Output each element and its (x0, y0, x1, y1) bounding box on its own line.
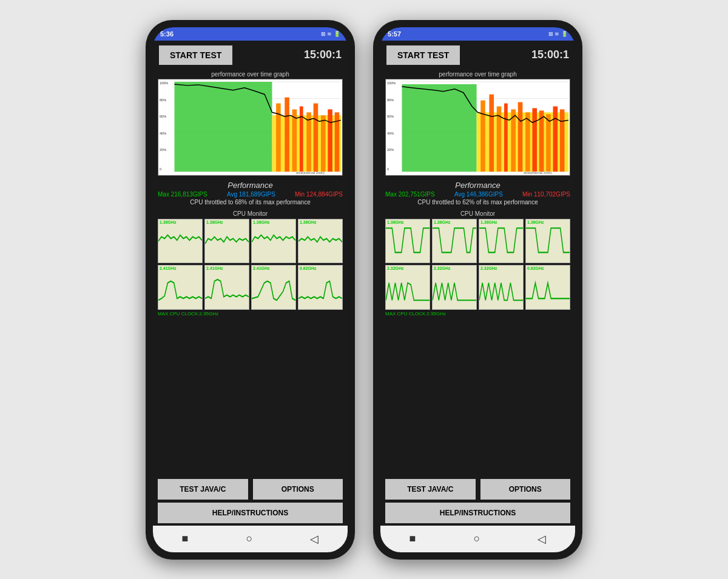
nav-triangle-1[interactable]: ◁ (310, 532, 318, 546)
svg-rect-17 (300, 106, 303, 172)
perf-stats-2: Max 202,751GIPS Avg 146,386GIPS Min 110,… (385, 191, 570, 198)
stat-avg-1: Avg 181,689GIPS (227, 191, 275, 198)
svg-rect-49 (504, 103, 508, 172)
svg-rect-44 (402, 84, 477, 171)
svg-text:20%: 20% (160, 148, 166, 152)
nav-circle-1[interactable]: ○ (246, 532, 252, 545)
svg-rect-18 (306, 112, 311, 172)
svg-text:80%: 80% (387, 98, 394, 101)
help-button-1[interactable]: HELP/INSTRUCTIONS (158, 503, 343, 523)
nav-circle-2[interactable]: ○ (473, 532, 480, 545)
cpu-freq-1-0: 1.38GHz (160, 220, 177, 224)
stat-min-2: Min 110,702GIPS (522, 191, 570, 198)
stat-min-1: Min 124,884GIPS (295, 191, 343, 198)
phone-1-screen: 5:36 ⊠ ≋ 🔋 START TEST 15:00:1 performanc… (153, 27, 348, 552)
svg-rect-24 (158, 219, 202, 263)
cpu-freq-1-2: 1.38GHz (253, 220, 270, 224)
svg-rect-25 (205, 219, 249, 263)
svg-rect-47 (489, 94, 494, 171)
cpu-freq2-2-2: 2.32GHz (480, 266, 497, 270)
bottom-buttons-2: TEST JAVA/C OPTIONS HELP/INSTRUCTIONS (380, 475, 575, 526)
timer-2: 15:00:1 (531, 49, 569, 61)
nav-bar-2: ■ ○ ◁ (380, 526, 575, 552)
cpu-freq2-1-3: 1.38GHz (527, 220, 544, 224)
page-container: 5:36 ⊠ ≋ 🔋 START TEST 15:00:1 performanc… (0, 0, 728, 579)
cpu-freq2-2-3: 0.82GHz (527, 266, 544, 270)
cpu-freq-1-1: 1.38GHz (206, 220, 223, 224)
cpu-freq2-1-1: 1.38GHz (434, 220, 451, 224)
svg-rect-27 (298, 219, 342, 263)
cpu-cell-1-0: 1.38GHz (158, 219, 203, 264)
app-screen-1: START TEST 15:00:1 performance over time… (153, 41, 348, 552)
cpu-freq-2-2: 2.41GHz (253, 266, 270, 270)
status-time-2: 5:57 (388, 30, 401, 38)
cpu-cell-2-0: 2.41GHz (158, 265, 203, 310)
status-time-1: 5:36 (160, 30, 174, 38)
options-button-2[interactable]: OPTIONS (480, 479, 571, 500)
start-test-button-1[interactable]: START TEST (159, 45, 232, 65)
cpu-cell2-2-3: 0.82GHz (525, 265, 570, 310)
app-screen-2: START TEST 15:00:1 performance over time… (380, 41, 575, 552)
start-test-button-2[interactable]: START TEST (386, 45, 460, 65)
cpu-freq2-2-0: 2.32GHz (387, 266, 404, 270)
options-button-1[interactable]: OPTIONS (253, 479, 343, 500)
test-java-c-button-2[interactable]: TEST JAVA/C (385, 479, 476, 500)
cpu-monitor-label-2: CPU Monitor (385, 210, 570, 217)
phone-1: 5:36 ⊠ ≋ 🔋 START TEST 15:00:1 performanc… (146, 20, 355, 560)
svg-rect-65 (479, 266, 523, 309)
svg-rect-28 (158, 266, 202, 309)
cpu-freq-2-3: 0.82GHz (300, 266, 317, 270)
cpu-freq-2-0: 2.41GHz (160, 266, 177, 270)
performance-section-2: Performance Max 202,751GIPS Avg 146,386G… (380, 178, 575, 208)
cpu-freq-1-3: 1.38GHz (300, 220, 317, 224)
svg-rect-54 (539, 110, 544, 172)
perf-title-1: Performance (158, 181, 343, 190)
perf-stats-1: Max 216,813GIPS Avg 181,689GIPS Min 124,… (158, 191, 343, 198)
btn-row-1: TEST JAVA/C OPTIONS (158, 479, 343, 500)
cpu-monitor-label-1: CPU Monitor (158, 210, 343, 217)
svg-rect-66 (526, 266, 570, 309)
cpu-cell2-2-1: 2.32GHz (432, 265, 477, 310)
cpu-freq2-1-2: 1.38GHz (480, 220, 497, 224)
status-bar-2: 5:57 ⊠ ≋ 🔋 (380, 27, 575, 41)
perf-graph-2: 100% 80% 60% 40% 20% 0 (385, 79, 570, 176)
help-button-2[interactable]: HELP/INSTRUCTIONS (385, 503, 570, 523)
cpu-monitor-section-2: CPU Monitor 1.38GHz 1.38GHz (380, 208, 575, 475)
cpu-cell-2-3: 0.82GHz (298, 265, 343, 310)
svg-rect-53 (532, 108, 537, 172)
nav-square-2[interactable]: ■ (410, 532, 416, 545)
svg-rect-56 (553, 106, 558, 172)
cpu-cell-2-2: 2.41GHz (251, 265, 296, 310)
nav-square-1[interactable]: ■ (182, 532, 189, 545)
svg-rect-46 (480, 100, 485, 172)
svg-text:0: 0 (160, 167, 161, 170)
test-java-c-button-1[interactable]: TEST JAVA/C (158, 479, 248, 500)
svg-rect-31 (298, 266, 342, 309)
nav-bar-1: ■ ○ ◁ (153, 526, 348, 552)
svg-rect-21 (328, 109, 332, 172)
svg-text:40%: 40% (160, 131, 166, 135)
cpu-cell-1-3: 1.38GHz (298, 219, 343, 264)
svg-rect-61 (479, 219, 523, 263)
perf-title-2: Performance (385, 181, 570, 190)
svg-rect-62 (526, 219, 570, 263)
svg-text:60%: 60% (160, 115, 166, 118)
cpu-cell2-1-2: 1.38GHz (479, 219, 524, 264)
nav-triangle-2[interactable]: ◁ (538, 532, 546, 546)
graph-section-1: performance over time graph 100% 80% 60%… (153, 70, 348, 178)
phone-2-screen: 5:57 ⊠ ≋ 🔋 START TEST 15:00:1 performanc… (380, 27, 575, 552)
graph-label-1: performance over time graph (158, 71, 343, 78)
cpu-freq2-2-1: 2.32GHz (434, 266, 451, 270)
btn-row-2: TEST JAVA/C OPTIONS (385, 479, 570, 500)
svg-text:20%: 20% (387, 148, 394, 152)
status-icons-2: ⊠ ≋ 🔋 (548, 31, 568, 37)
graph-label-2: performance over time graph (385, 71, 570, 78)
svg-rect-57 (560, 109, 565, 172)
cpu-cell-1-2: 1.38GHz (251, 219, 296, 264)
svg-rect-52 (525, 112, 530, 172)
stat-max-2: Max 202,751GIPS (385, 191, 435, 198)
top-bar-2: START TEST 15:00:1 (380, 41, 575, 70)
svg-rect-20 (321, 115, 326, 172)
bottom-buttons-1: TEST JAVA/C OPTIONS HELP/INSTRUCTIONS (153, 475, 348, 526)
graph-section-2: performance over time graph 100% 80% 60%… (380, 70, 575, 178)
